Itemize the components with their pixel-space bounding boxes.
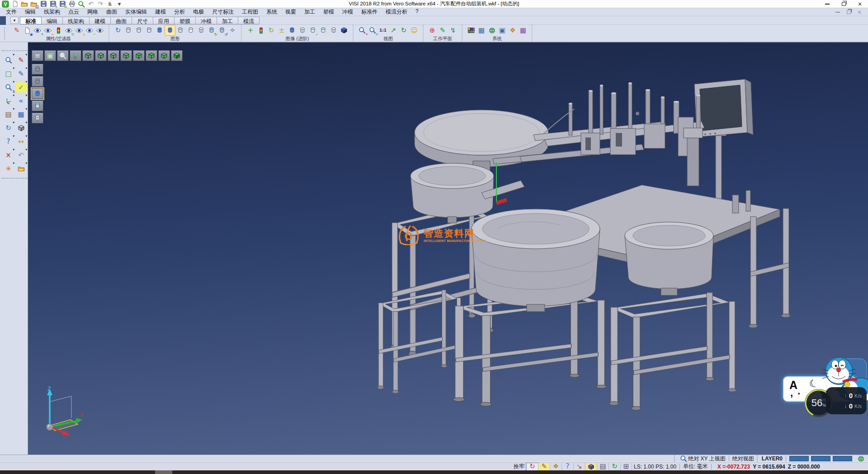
zoom-dynamic-icon[interactable]: ± bbox=[3, 82, 14, 92]
view-front-icon[interactable] bbox=[133, 50, 145, 61]
regen-graphics-icon[interactable]: ↻ bbox=[113, 25, 123, 35]
new-document-icon[interactable] bbox=[11, 0, 19, 8]
toolbar-tab-3[interactable]: 线架构 bbox=[63, 17, 90, 24]
network-speed-panel[interactable]: ↑ 0K/s ↓ 0K/s bbox=[826, 387, 867, 414]
layers-books-icon[interactable]: ▤ bbox=[3, 109, 14, 119]
view-shaded-iso-icon[interactable] bbox=[171, 50, 183, 61]
transparent-mode-icon[interactable] bbox=[175, 25, 185, 35]
menu-item-7[interactable]: 实体编辑 bbox=[121, 8, 151, 16]
refresh-icon[interactable]: ↻ bbox=[3, 123, 14, 133]
view-refresh-icon[interactable]: ↻ bbox=[399, 25, 409, 35]
ucs-axis-icon[interactable] bbox=[3, 96, 14, 106]
menu-item-11[interactable]: 尺寸标注 bbox=[208, 8, 238, 16]
modify-attributes-icon[interactable]: ✎ bbox=[12, 25, 22, 35]
image-refresh-icon[interactable]: ↻ bbox=[266, 25, 276, 35]
curve-icon[interactable]: ∝ bbox=[15, 96, 27, 106]
menu-item-13[interactable]: 系统 bbox=[262, 8, 281, 16]
preferences-window-icon[interactable]: ▣ bbox=[497, 25, 507, 35]
menu-item-6[interactable]: 曲面 bbox=[102, 8, 121, 16]
status-globe-icon[interactable] bbox=[856, 455, 865, 462]
filter-refresh-icon[interactable]: ↻ bbox=[64, 25, 74, 35]
status-refresh-icon[interactable]: ↻ bbox=[526, 463, 538, 470]
zoom-select-icon[interactable] bbox=[3, 55, 14, 65]
menu-item-1[interactable]: 文件 bbox=[2, 8, 21, 16]
status-hand-icon[interactable]: ❖ bbox=[550, 463, 561, 470]
frame-view-icon[interactable]: □ bbox=[3, 69, 14, 79]
hidden-line-mode-icon[interactable] bbox=[134, 25, 144, 35]
menu-item-18[interactable]: 标准件 bbox=[357, 8, 382, 16]
menu-item-9[interactable]: 分析 bbox=[170, 8, 189, 16]
system-settings-icon[interactable] bbox=[487, 25, 497, 35]
menu-item-17[interactable]: 冲模 bbox=[338, 8, 357, 16]
redo-icon[interactable]: ↷ bbox=[96, 0, 104, 8]
doc-close-button[interactable]: × bbox=[854, 9, 864, 15]
measure-icon[interactable]: ↔ bbox=[15, 137, 27, 147]
snap-lock-label[interactable]: 拴牢 bbox=[514, 463, 524, 470]
shaded-mode-icon[interactable] bbox=[155, 25, 165, 35]
view-menu-icon[interactable]: ≡ bbox=[32, 50, 43, 61]
doc-restore-button[interactable] bbox=[844, 9, 854, 15]
delete-trash-icon[interactable]: × bbox=[3, 150, 14, 160]
toolbar-tab-11[interactable]: 模流 bbox=[238, 17, 259, 24]
minimize-button[interactable] bbox=[819, 0, 835, 8]
image-traffic-icon[interactable] bbox=[256, 25, 266, 35]
view-bottom-icon[interactable] bbox=[95, 50, 107, 61]
help-icon[interactable]: ? bbox=[3, 137, 14, 147]
view-mode-label[interactable]: 绝对 XY 上视图 bbox=[688, 455, 725, 463]
save-icon[interactable] bbox=[39, 0, 47, 8]
workplane-create-icon[interactable]: ⊕ bbox=[427, 25, 437, 35]
tab-overflow-button[interactable]: ▾ bbox=[10, 17, 19, 24]
menu-item-3[interactable]: 线架构 bbox=[40, 8, 64, 16]
absolute-view-label[interactable]: 绝对视图 bbox=[732, 455, 754, 463]
shade-transparent-icon[interactable] bbox=[32, 100, 43, 111]
viewport-canvas[interactable]: ≡▣ bbox=[28, 42, 868, 455]
filter-traffic-icon[interactable] bbox=[53, 25, 63, 35]
toolbar-tab-6[interactable]: 尺寸 bbox=[132, 17, 153, 24]
view-frame-icon[interactable]: ▣ bbox=[44, 50, 56, 61]
visi-logo[interactable]: V bbox=[1, 0, 9, 8]
render-smile-icon[interactable]: ☺ bbox=[409, 25, 419, 35]
visibility-invert-icon[interactable]: ± bbox=[74, 25, 84, 35]
update-graphics-icon[interactable]: ↻ bbox=[207, 25, 217, 35]
folder-open-icon[interactable] bbox=[15, 164, 27, 174]
zoom-all-icon[interactable]: ✳ bbox=[368, 25, 377, 35]
window-panes-icon[interactable]: ▦ bbox=[15, 109, 27, 119]
color-swatch[interactable] bbox=[789, 456, 809, 461]
shade-hatch-icon[interactable] bbox=[32, 113, 43, 123]
zoom-scale-icon[interactable]: 1:1 bbox=[378, 25, 388, 35]
graphics-options-icon[interactable]: ✧ bbox=[227, 25, 237, 35]
image-invert-icon[interactable]: ± bbox=[277, 25, 287, 35]
status-target-icon[interactable]: ↘ bbox=[573, 463, 585, 470]
undo-icon[interactable]: ↶ bbox=[15, 150, 27, 160]
calculator-icon[interactable]: ▦ bbox=[518, 25, 528, 35]
toolbar-tab-7[interactable]: 应用 bbox=[153, 17, 175, 24]
menu-item-16[interactable]: 塑模 bbox=[319, 8, 338, 16]
image-ok-icon[interactable]: ✓ bbox=[308, 25, 318, 35]
toolbar-tab-5[interactable]: 曲面 bbox=[111, 17, 132, 24]
workplane-edit-icon[interactable]: ✎ bbox=[438, 25, 448, 35]
view-iso-icon[interactable] bbox=[158, 50, 170, 61]
status-help-icon[interactable]: ? bbox=[561, 463, 573, 470]
menu-item-15[interactable]: 加工 bbox=[300, 8, 319, 16]
restore-button[interactable] bbox=[835, 0, 852, 8]
view-axis-icon[interactable] bbox=[70, 50, 81, 61]
hatched-mode-icon[interactable] bbox=[196, 25, 206, 35]
image-add-icon[interactable]: + bbox=[245, 25, 255, 35]
status-grid-icon[interactable]: ⊞ bbox=[620, 463, 632, 470]
print-icon[interactable] bbox=[68, 0, 76, 8]
stamp-icon[interactable]: ♞ bbox=[106, 0, 114, 8]
menu-item-10[interactable]: 电极 bbox=[189, 8, 208, 16]
filter-add-icon[interactable]: + bbox=[33, 25, 42, 35]
shade-hidden-icon[interactable] bbox=[32, 76, 43, 87]
image-export-icon[interactable]: □ bbox=[318, 25, 328, 35]
open-file-icon[interactable] bbox=[20, 0, 28, 8]
toolbar-options-icon[interactable]: ▾ bbox=[115, 0, 123, 8]
image-shaded-icon[interactable] bbox=[287, 25, 297, 35]
menu-item-2[interactable]: 编辑 bbox=[21, 8, 40, 16]
status-search-icon[interactable] bbox=[679, 455, 688, 462]
manipulator-icon[interactable]: ✳ bbox=[3, 164, 14, 174]
import-file-icon[interactable]: ▤ bbox=[30, 0, 38, 8]
view-right-icon[interactable] bbox=[120, 50, 132, 61]
rebuild-graphics-icon[interactable]: ↺ bbox=[217, 25, 227, 35]
zoom-window-icon[interactable]: + bbox=[357, 25, 367, 35]
